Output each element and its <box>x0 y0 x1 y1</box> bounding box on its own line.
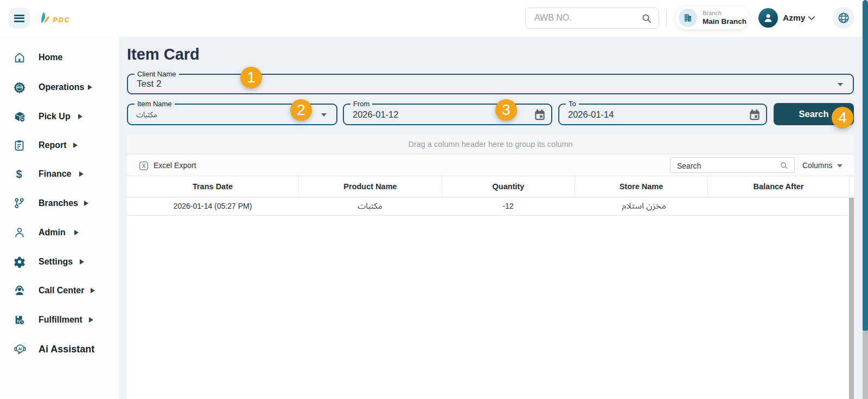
svg-text:NEW: NEW <box>17 86 23 89</box>
svg-text:$: $ <box>16 168 22 180</box>
svg-text:AI: AI <box>18 347 22 351</box>
svg-text:PDC: PDC <box>53 16 71 24</box>
svg-text:X: X <box>142 163 145 169</box>
